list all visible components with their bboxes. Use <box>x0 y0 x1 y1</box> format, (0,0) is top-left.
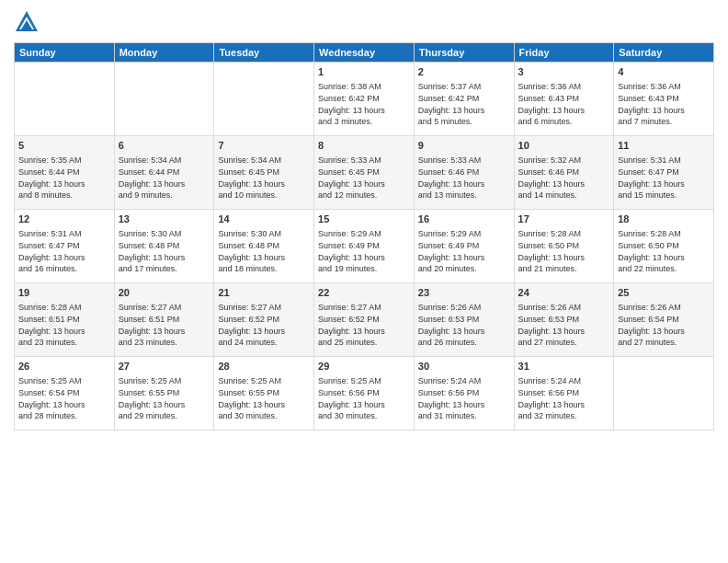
day-number: 24 <box>518 286 610 300</box>
day-number: 11 <box>618 139 710 153</box>
day-info: and 19 minutes. <box>318 263 410 275</box>
calendar-cell: 8Sunrise: 5:33 AMSunset: 6:45 PMDaylight… <box>314 136 415 210</box>
day-info: Sunrise: 5:34 AM <box>218 155 310 167</box>
day-info: Daylight: 13 hours <box>318 399 410 411</box>
day-info: Sunrise: 5:36 AM <box>518 81 610 93</box>
day-number: 28 <box>218 360 310 373</box>
day-number: 31 <box>518 360 610 373</box>
calendar-cell: 23Sunrise: 5:26 AMSunset: 6:53 PMDayligh… <box>414 283 514 357</box>
day-info: Sunset: 6:56 PM <box>318 387 410 399</box>
day-info: Daylight: 13 hours <box>518 105 610 117</box>
day-info: Daylight: 13 hours <box>418 326 510 338</box>
day-number: 21 <box>218 286 310 300</box>
day-info: Daylight: 13 hours <box>218 399 310 411</box>
day-info: and 27 minutes. <box>518 337 610 349</box>
day-info: Daylight: 13 hours <box>119 326 210 338</box>
day-info: Daylight: 13 hours <box>18 252 110 264</box>
day-info: Sunset: 6:48 PM <box>119 240 210 252</box>
page: SundayMondayTuesdayWednesdayThursdayFrid… <box>0 0 728 440</box>
day-info: Sunrise: 5:35 AM <box>18 155 110 167</box>
day-info: Sunset: 6:49 PM <box>318 240 410 252</box>
calendar-cell: 16Sunrise: 5:29 AMSunset: 6:49 PMDayligh… <box>414 210 514 283</box>
day-number: 27 <box>119 360 210 373</box>
calendar-cell: 15Sunrise: 5:29 AMSunset: 6:49 PMDayligh… <box>314 210 415 283</box>
day-info: Sunrise: 5:26 AM <box>618 302 710 314</box>
calendar-cell <box>114 63 214 136</box>
week-row-2: 12Sunrise: 5:31 AMSunset: 6:47 PMDayligh… <box>15 210 714 283</box>
day-info: Sunset: 6:51 PM <box>18 314 110 326</box>
calendar-cell: 1Sunrise: 5:38 AMSunset: 6:42 PMDaylight… <box>314 63 415 136</box>
day-number: 29 <box>318 360 410 373</box>
header <box>14 9 714 35</box>
day-number: 26 <box>18 360 110 373</box>
day-info: Sunrise: 5:37 AM <box>418 81 510 93</box>
day-info: Sunrise: 5:30 AM <box>218 228 310 240</box>
day-info: and 23 minutes. <box>18 337 110 349</box>
day-info: and 12 minutes. <box>318 190 410 201</box>
header-thursday: Thursday <box>414 43 514 63</box>
calendar-cell: 5Sunrise: 5:35 AMSunset: 6:44 PMDaylight… <box>15 136 115 210</box>
day-info: Sunset: 6:46 PM <box>418 167 510 178</box>
calendar-cell: 31Sunrise: 5:24 AMSunset: 6:56 PMDayligh… <box>514 357 614 431</box>
day-info: Daylight: 13 hours <box>119 178 210 190</box>
header-sunday: Sunday <box>15 43 115 63</box>
day-info: Sunset: 6:46 PM <box>518 167 610 178</box>
day-info: Daylight: 13 hours <box>418 399 510 411</box>
day-number: 19 <box>18 286 110 300</box>
calendar-cell: 3Sunrise: 5:36 AMSunset: 6:43 PMDaylight… <box>514 63 614 136</box>
day-info: Sunset: 6:44 PM <box>18 167 110 178</box>
calendar-cell: 14Sunrise: 5:30 AMSunset: 6:48 PMDayligh… <box>214 210 314 283</box>
day-info: Sunset: 6:53 PM <box>418 314 510 326</box>
day-number: 30 <box>418 360 510 373</box>
day-info: Daylight: 13 hours <box>418 105 510 117</box>
day-info: Daylight: 13 hours <box>318 326 410 338</box>
day-info: Sunrise: 5:25 AM <box>218 375 310 387</box>
day-info: Sunrise: 5:25 AM <box>119 375 210 387</box>
day-number: 16 <box>418 213 510 226</box>
day-info: Sunset: 6:52 PM <box>218 314 310 326</box>
day-info: and 31 minutes. <box>418 410 510 422</box>
day-info: Daylight: 13 hours <box>518 326 610 338</box>
week-row-4: 26Sunrise: 5:25 AMSunset: 6:54 PMDayligh… <box>15 357 714 431</box>
day-info: Daylight: 13 hours <box>618 326 710 338</box>
calendar-cell: 2Sunrise: 5:37 AMSunset: 6:42 PMDaylight… <box>414 63 514 136</box>
day-info: and 9 minutes. <box>119 190 210 201</box>
day-info: Daylight: 13 hours <box>418 178 510 190</box>
calendar-cell: 17Sunrise: 5:28 AMSunset: 6:50 PMDayligh… <box>514 210 614 283</box>
day-info: Sunset: 6:55 PM <box>218 387 310 399</box>
day-info: and 30 minutes. <box>318 410 410 422</box>
day-info: Sunset: 6:50 PM <box>518 240 610 252</box>
day-number: 18 <box>618 213 710 226</box>
day-info: Sunset: 6:42 PM <box>418 93 510 105</box>
day-info: Sunrise: 5:27 AM <box>119 302 210 314</box>
day-number: 25 <box>618 286 710 300</box>
day-info: Daylight: 13 hours <box>119 252 210 264</box>
day-info: and 5 minutes. <box>418 116 510 128</box>
day-info: Daylight: 13 hours <box>218 252 310 264</box>
day-number: 17 <box>518 213 610 226</box>
day-info: Daylight: 13 hours <box>218 178 310 190</box>
calendar-cell: 6Sunrise: 5:34 AMSunset: 6:44 PMDaylight… <box>114 136 214 210</box>
day-number: 20 <box>119 286 210 300</box>
calendar-cell: 11Sunrise: 5:31 AMSunset: 6:47 PMDayligh… <box>614 136 714 210</box>
day-info: Daylight: 13 hours <box>518 252 610 264</box>
day-info: and 8 minutes. <box>18 190 110 201</box>
day-info: Daylight: 13 hours <box>618 105 710 117</box>
calendar-cell: 27Sunrise: 5:25 AMSunset: 6:55 PMDayligh… <box>114 357 214 431</box>
day-info: and 20 minutes. <box>418 263 510 275</box>
calendar-cell: 12Sunrise: 5:31 AMSunset: 6:47 PMDayligh… <box>15 210 115 283</box>
day-info: and 6 minutes. <box>518 116 610 128</box>
week-row-0: 1Sunrise: 5:38 AMSunset: 6:42 PMDaylight… <box>15 63 714 136</box>
day-number: 5 <box>18 139 110 153</box>
day-info: Sunset: 6:42 PM <box>318 93 410 105</box>
day-info: Sunrise: 5:25 AM <box>318 375 410 387</box>
calendar-cell: 30Sunrise: 5:24 AMSunset: 6:56 PMDayligh… <box>414 357 514 431</box>
day-info: Sunrise: 5:29 AM <box>418 228 510 240</box>
day-number: 12 <box>18 213 110 226</box>
day-info: and 28 minutes. <box>18 410 110 422</box>
day-info: Daylight: 13 hours <box>518 399 610 411</box>
calendar-cell: 10Sunrise: 5:32 AMSunset: 6:46 PMDayligh… <box>514 136 614 210</box>
day-info: and 25 minutes. <box>318 337 410 349</box>
logo <box>14 9 41 35</box>
calendar-cell: 28Sunrise: 5:25 AMSunset: 6:55 PMDayligh… <box>214 357 314 431</box>
